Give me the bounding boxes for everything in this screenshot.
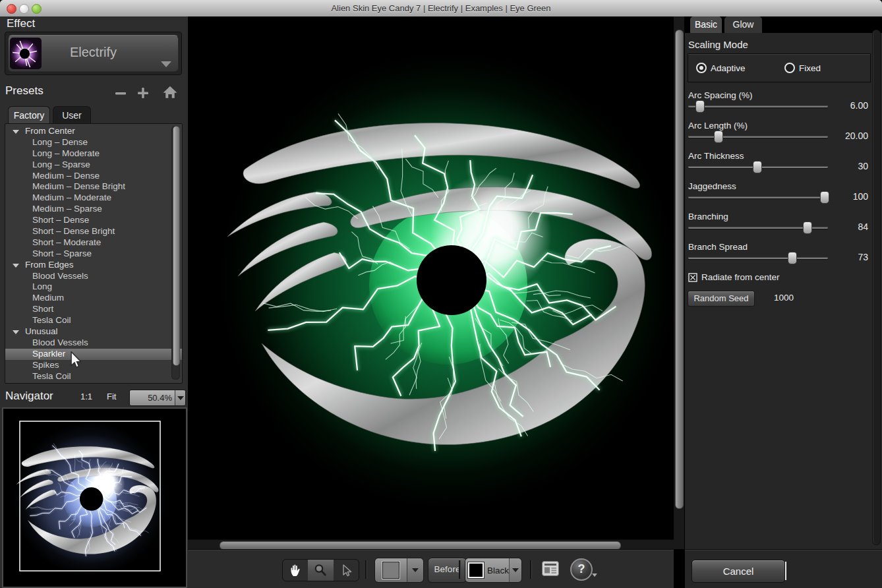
background-color-dropdown[interactable] <box>407 558 423 582</box>
add-preset-button[interactable] <box>136 87 150 102</box>
arc-length-slider[interactable] <box>688 136 828 138</box>
ok-button-edge[interactable] <box>785 562 786 580</box>
preset-item[interactable]: Short – Sparse <box>5 249 182 260</box>
zoom-level-combobox[interactable]: 50.4% <box>129 390 186 406</box>
preset-item[interactable]: Medium – Dense <box>5 171 182 182</box>
scrollbar-thumb[interactable] <box>173 126 180 366</box>
checkbox-checked-icon[interactable] <box>688 273 697 282</box>
arc-length-value: 20.00 <box>826 131 868 141</box>
radio-adaptive[interactable]: Adaptive <box>696 63 746 73</box>
canvas-horizontal-scrollbar[interactable] <box>188 539 674 550</box>
jaggedness-label: Jaggedness <box>688 181 736 191</box>
preset-item[interactable]: Blood Vessels <box>5 338 182 349</box>
disclosure-triangle-icon[interactable] <box>13 130 19 134</box>
fit-button[interactable]: Fit <box>107 392 116 401</box>
arc-spacing-slider[interactable] <box>688 105 828 107</box>
zoom-dropdown-button[interactable] <box>175 390 185 405</box>
arc-length-label: Arc Length (%) <box>688 121 748 131</box>
help-button[interactable]: ? <box>570 558 593 581</box>
hand-icon <box>288 563 303 577</box>
effect-name: Electrify <box>9 45 178 60</box>
radio-button-icon[interactable] <box>696 63 707 73</box>
help-dropdown-caret-icon[interactable] <box>592 573 597 577</box>
plus-icon <box>136 87 150 99</box>
matte-color-combobox[interactable]: Black <box>465 558 522 583</box>
preset-item[interactable]: Short <box>5 304 182 315</box>
effect-heading: Effect <box>7 17 35 30</box>
slider-thumb[interactable] <box>753 161 762 173</box>
panel-layout-icon <box>542 561 559 576</box>
panel-layout-button[interactable] <box>542 561 559 579</box>
preset-item[interactable]: Medium – Moderate <box>5 192 182 204</box>
preset-item[interactable]: Long <box>5 281 182 293</box>
settings-scrollbar[interactable] <box>872 30 881 545</box>
slider-thumb[interactable] <box>803 221 812 234</box>
image-canvas[interactable] <box>188 16 674 539</box>
preset-item[interactable]: Tesla Coil <box>5 315 182 326</box>
branch-spread-slider[interactable] <box>688 257 828 259</box>
radio-fixed[interactable]: Fixed <box>784 63 821 73</box>
zoom-tool-button[interactable] <box>308 560 333 581</box>
preset-item[interactable]: Tesla Coil <box>5 371 182 382</box>
arc-thickness-label: Arc Thickness <box>688 151 744 161</box>
radiate-from-center-checkbox[interactable]: Radiate from center <box>688 272 780 282</box>
branching-slider[interactable] <box>688 227 828 229</box>
chevron-down-icon <box>512 568 519 572</box>
random-seed-button[interactable]: Random Seed <box>688 291 755 307</box>
before-button[interactable]: Before <box>428 558 467 583</box>
navigator-heading: Navigator <box>5 390 53 403</box>
preset-list-scrollbar[interactable] <box>171 126 180 380</box>
jaggedness-slider[interactable] <box>688 196 828 198</box>
home-preset-button[interactable] <box>162 85 178 102</box>
slider-thumb[interactable] <box>695 100 705 113</box>
arrow-tool-button[interactable] <box>334 560 359 581</box>
preset-item[interactable]: Long – Dense <box>5 137 182 148</box>
tool-group <box>282 559 359 581</box>
preset-item[interactable]: Medium – Sparse <box>5 204 182 215</box>
background-color-split-button[interactable] <box>374 558 424 583</box>
arc-spacing-label: Arc Spacing (%) <box>688 90 753 100</box>
tab-glow[interactable]: Glow <box>724 16 762 33</box>
arc-thickness-slider[interactable] <box>688 166 828 168</box>
toolbar-separator <box>365 560 367 579</box>
preset-category[interactable]: From Edges <box>5 260 182 271</box>
tab-basic[interactable]: Basic <box>690 16 722 33</box>
remove-preset-button[interactable] <box>113 87 128 102</box>
scaling-mode-heading: Scaling Mode <box>688 39 748 50</box>
scrollbar-thumb[interactable] <box>675 30 684 509</box>
background-color-swatch[interactable] <box>375 558 407 582</box>
radio-button-icon[interactable] <box>784 63 795 73</box>
slider-thumb[interactable] <box>714 131 723 143</box>
preset-item[interactable]: Spikes <box>5 360 182 371</box>
preset-item[interactable]: Medium <box>5 293 182 304</box>
preset-item[interactable]: Short – Dense <box>5 215 182 226</box>
canvas-vertical-scrollbar[interactable] <box>674 16 684 549</box>
preset-item[interactable]: Short – Dense Bright <box>5 226 182 237</box>
preset-item[interactable]: Medium – Dense Bright <box>5 181 182 192</box>
branching-label: Branching <box>688 212 728 221</box>
settings-tab-strip: Basic Glow <box>685 16 882 33</box>
cancel-button[interactable]: Cancel <box>691 560 785 583</box>
matte-color-label: Black <box>487 566 509 575</box>
disclosure-triangle-icon[interactable] <box>13 264 19 268</box>
arrow-cursor-icon <box>339 563 353 577</box>
matte-color-dropdown[interactable] <box>509 558 521 582</box>
matte-color-main[interactable]: Black <box>465 558 509 582</box>
settings-panel: Basic Glow Scaling Mode Adaptive Fixed A… <box>684 16 882 588</box>
tab-factory[interactable]: Factory <box>8 106 50 124</box>
effect-selector-button[interactable]: Electrify <box>8 35 179 72</box>
navigator-preview[interactable] <box>2 407 187 588</box>
preset-item[interactable]: Blood Vessels <box>5 271 182 282</box>
preset-item[interactable]: Long – Moderate <box>5 148 182 160</box>
slider-thumb[interactable] <box>788 252 797 264</box>
tab-user[interactable]: User <box>53 106 91 124</box>
toolbar-separator <box>530 560 531 579</box>
preset-category[interactable]: Unusual <box>5 326 182 338</box>
preset-category[interactable]: From Center <box>5 126 182 137</box>
disclosure-triangle-icon[interactable] <box>13 330 19 334</box>
preset-item-selected[interactable]: Sparkler <box>5 349 182 360</box>
actual-size-button[interactable]: 1:1 <box>80 392 92 401</box>
hand-tool-button[interactable] <box>283 560 308 581</box>
preset-item[interactable]: Short – Moderate <box>5 237 182 249</box>
preset-item[interactable]: Long – Sparse <box>5 160 182 171</box>
